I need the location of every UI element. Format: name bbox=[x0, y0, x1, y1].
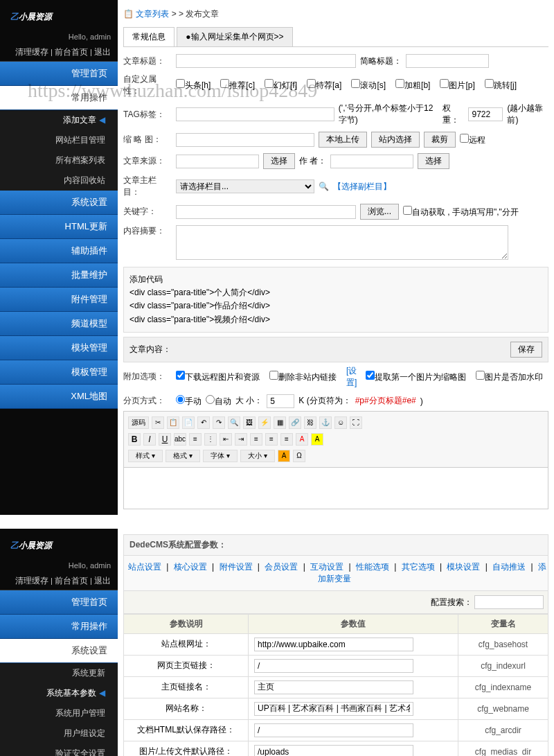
link-settings[interactable]: [设置] bbox=[346, 365, 361, 389]
submenu-security[interactable]: 验证安全设置 bbox=[0, 744, 118, 756]
redo-icon[interactable]: ↷ bbox=[213, 416, 225, 429]
italic-icon[interactable]: I bbox=[143, 433, 156, 446]
radio-auto[interactable]: 自动 bbox=[206, 395, 231, 407]
fontcolor-icon[interactable]: A bbox=[296, 433, 308, 446]
attr-image[interactable]: 图片[p] bbox=[440, 79, 474, 91]
strike-icon[interactable]: abc bbox=[174, 433, 186, 446]
sys-tab-0[interactable]: 站点设置 bbox=[125, 562, 164, 572]
sys-tab-7[interactable]: 模块设置 bbox=[444, 562, 483, 572]
indent-icon[interactable]: ⇥ bbox=[235, 433, 247, 446]
link-clear-cache[interactable]: 清理缓存 bbox=[15, 47, 48, 57]
size-dropdown[interactable]: 大小 ▾ bbox=[240, 450, 275, 462]
btn-local-upload[interactable]: 本地上传 bbox=[319, 132, 367, 148]
menu-plugin[interactable]: 辅助插件 bbox=[0, 239, 118, 263]
opt-extract-thumb[interactable]: 提取第一个图片为缩略图 bbox=[366, 371, 466, 383]
input-config-search[interactable] bbox=[474, 595, 544, 609]
align-right-icon[interactable]: ≡ bbox=[280, 433, 293, 446]
sys-tab-8[interactable]: 自动推送 bbox=[490, 562, 528, 572]
link-icon[interactable]: 🔗 bbox=[289, 416, 301, 429]
textarea-summary[interactable] bbox=[176, 225, 508, 260]
bold-icon[interactable]: B bbox=[128, 433, 141, 446]
sys-tab-1[interactable]: 核心设置 bbox=[171, 562, 210, 572]
align-left-icon[interactable]: ≡ bbox=[250, 433, 262, 446]
param-input[interactable] bbox=[254, 745, 413, 756]
special-icon[interactable]: Ω bbox=[293, 450, 305, 462]
style-dropdown[interactable]: 样式 ▾ bbox=[128, 450, 163, 462]
input-weight[interactable] bbox=[468, 107, 503, 121]
input-tag[interactable] bbox=[176, 107, 334, 121]
attr-bold[interactable]: 加粗[b] bbox=[395, 79, 430, 91]
sys-tab-5[interactable]: 性能选项 bbox=[353, 562, 392, 572]
opt-download-remote[interactable]: 下载远程图片和资源 bbox=[176, 371, 260, 383]
link-clear-cache[interactable]: 清理缓存 bbox=[15, 576, 48, 586]
btn-browse-keywords[interactable]: 浏览... bbox=[360, 204, 399, 220]
menu-html-update[interactable]: HTML更新 bbox=[0, 215, 118, 239]
menu-xml-map[interactable]: XML地图 bbox=[0, 385, 118, 409]
submenu-category-manage[interactable]: 网站栏目管理 bbox=[0, 130, 118, 150]
link-logout[interactable]: 退出 bbox=[94, 47, 111, 57]
input-title[interactable] bbox=[176, 54, 356, 68]
btn-crop[interactable]: 裁剪 bbox=[424, 132, 456, 148]
menu-common-ops[interactable]: 常用操作 bbox=[0, 615, 118, 639]
table-icon[interactable]: ▦ bbox=[274, 416, 286, 429]
submenu-group[interactable]: 用户组设定 bbox=[0, 723, 118, 744]
cut-icon[interactable]: ✂ bbox=[152, 416, 164, 429]
editor-body[interactable] bbox=[123, 468, 548, 509]
input-keywords[interactable] bbox=[176, 205, 356, 219]
attr-slide[interactable]: 幻灯[f] bbox=[265, 79, 297, 91]
input-thumb[interactable] bbox=[176, 133, 314, 147]
sys-tab-2[interactable]: 附件设置 bbox=[217, 562, 256, 572]
link-frontend[interactable]: 前台首页 bbox=[55, 576, 88, 586]
param-input[interactable] bbox=[254, 659, 413, 673]
bgcolor-icon[interactable]: A bbox=[311, 433, 323, 446]
link-frontend[interactable]: 前台首页 bbox=[55, 47, 88, 57]
param-input[interactable] bbox=[254, 723, 413, 737]
param-input[interactable] bbox=[254, 680, 413, 694]
check-autopick[interactable]: 自动获取 , 手动填写用","分开 bbox=[403, 206, 519, 218]
select-maincol[interactable]: 请选择栏目... bbox=[176, 179, 314, 193]
marker-icon[interactable]: A bbox=[278, 450, 290, 462]
param-input[interactable] bbox=[254, 638, 413, 651]
format-dropdown[interactable]: 格式 ▾ bbox=[166, 450, 200, 462]
link-logout[interactable]: 退出 bbox=[94, 576, 111, 586]
menu-common-ops[interactable]: 常用操作 bbox=[0, 86, 118, 110]
tab-url-collect[interactable]: ●输入网址采集单个网页>> bbox=[177, 27, 292, 46]
menu-system[interactable]: 系统设置 bbox=[0, 191, 118, 215]
align-center-icon[interactable]: ≡ bbox=[265, 433, 278, 446]
menu-channel[interactable]: 频道模型 bbox=[0, 312, 118, 336]
copy-icon[interactable]: 📋 bbox=[167, 416, 179, 429]
breadcrumb-list[interactable]: 文章列表 bbox=[136, 9, 169, 19]
fullscreen-icon[interactable]: ⛶ bbox=[350, 416, 362, 429]
attr-scroll[interactable]: 滚动[s] bbox=[351, 79, 386, 91]
input-source[interactable] bbox=[176, 155, 259, 168]
menu-template[interactable]: 模板管理 bbox=[0, 360, 118, 385]
param-input[interactable] bbox=[254, 702, 413, 716]
flash-icon[interactable]: ⚡ bbox=[258, 416, 271, 429]
tab-normal-info[interactable]: 常规信息 bbox=[123, 27, 175, 46]
search-icon[interactable]: 🔍 bbox=[319, 182, 329, 191]
btn-save[interactable]: 保存 bbox=[510, 342, 542, 358]
btn-select-author[interactable]: 选择 bbox=[418, 153, 449, 169]
menu-module[interactable]: 模块管理 bbox=[0, 336, 118, 360]
check-remote[interactable]: 远程 bbox=[460, 134, 485, 146]
menu-attach[interactable]: 附件管理 bbox=[0, 288, 118, 312]
submenu-sysupdate[interactable]: 系统更新 bbox=[0, 663, 118, 683]
sys-tab-3[interactable]: 会员设置 bbox=[262, 562, 301, 572]
attr-jump[interactable]: 跳转[j] bbox=[485, 79, 517, 91]
outdent-icon[interactable]: ⇤ bbox=[220, 433, 232, 446]
submenu-add-article[interactable]: 添加文章◀ bbox=[0, 110, 118, 130]
image-icon[interactable]: 🖼 bbox=[243, 416, 256, 429]
menu-system[interactable]: 系统设置 bbox=[0, 639, 118, 663]
anchor-icon[interactable]: ⚓ bbox=[319, 416, 332, 429]
menu-batch[interactable]: 批量维护 bbox=[0, 263, 118, 288]
underline-icon[interactable]: U bbox=[159, 433, 171, 446]
opt-remove-links[interactable]: 删除非站内链接 bbox=[269, 371, 337, 383]
btn-source[interactable]: 源码 bbox=[128, 416, 149, 429]
radio-manual[interactable]: 手动 bbox=[176, 395, 202, 407]
attr-special[interactable]: 特荐[a] bbox=[307, 79, 341, 91]
sys-tab-6[interactable]: 其它选项 bbox=[399, 562, 438, 572]
submenu-archive-list[interactable]: 所有档案列表 bbox=[0, 150, 118, 170]
font-dropdown[interactable]: 字体 ▾ bbox=[203, 450, 238, 462]
submenu-user-manage[interactable]: 系统用户管理 bbox=[0, 703, 118, 723]
submenu-basic-params[interactable]: 系统基本参数◀ bbox=[0, 683, 118, 703]
